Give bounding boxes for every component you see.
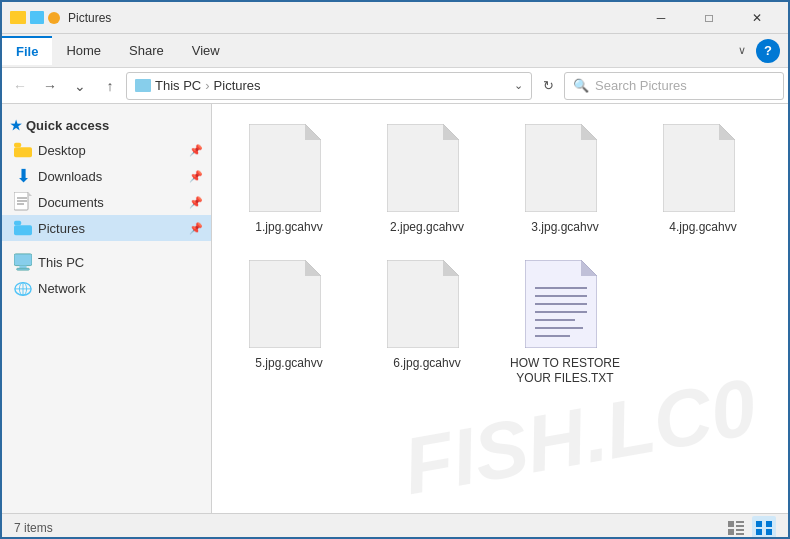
pictures-folder-icon xyxy=(14,219,32,237)
address-path[interactable]: This PC › Pictures ⌄ xyxy=(126,72,532,100)
sidebar: ★ Quick access Desktop 📌 ⬇ Downloads 📌 D… xyxy=(2,104,212,513)
tab-home[interactable]: Home xyxy=(52,37,115,64)
close-button[interactable]: ✕ xyxy=(734,2,780,34)
file-icon-container-1 xyxy=(249,124,329,214)
svg-rect-46 xyxy=(766,529,772,535)
list-view-button[interactable] xyxy=(724,516,748,540)
menu-bar: File Home Share View ∨ ? xyxy=(2,34,788,68)
path-this-pc: This PC xyxy=(155,78,201,93)
quick-access-label: Quick access xyxy=(26,118,109,133)
sidebar-thispc-label: This PC xyxy=(38,255,84,270)
svg-rect-1 xyxy=(14,143,21,148)
tab-share[interactable]: Share xyxy=(115,37,178,64)
large-icons-view-button[interactable] xyxy=(752,516,776,540)
thispc-icon xyxy=(14,253,32,271)
file-item-7[interactable]: HOW TO RESTORE YOUR FILES.TXT xyxy=(500,252,630,395)
file-item-3[interactable]: 3.jpg.gcahvv xyxy=(500,116,630,244)
window-controls: ─ □ ✕ xyxy=(638,2,780,34)
pin-icon-documents: 📌 xyxy=(189,196,203,209)
title-bar: Pictures ─ □ ✕ xyxy=(2,2,788,34)
svg-rect-9 xyxy=(14,254,32,266)
svg-rect-8 xyxy=(14,221,21,226)
file-name-3: 3.jpg.gcahvv xyxy=(531,220,598,236)
file-name-6: 6.jpg.gcahvv xyxy=(393,356,460,372)
help-button[interactable]: ? xyxy=(756,39,780,63)
file-icon-2 xyxy=(387,124,459,212)
svg-rect-38 xyxy=(728,529,734,535)
svg-marker-19 xyxy=(443,124,459,140)
minimize-button[interactable]: ─ xyxy=(638,2,684,34)
tab-file[interactable]: File xyxy=(2,36,52,65)
sidebar-documents-label: Documents xyxy=(38,195,104,210)
svg-rect-41 xyxy=(736,529,744,531)
up-button[interactable]: ↑ xyxy=(96,72,124,100)
sidebar-item-thispc[interactable]: This PC xyxy=(2,249,211,275)
address-bar: ← → ⌄ ↑ This PC › Pictures ⌄ ↻ 🔍 Search … xyxy=(2,68,788,104)
file-item-5[interactable]: 5.jpg.gcahvv xyxy=(224,252,354,395)
file-icon-1 xyxy=(249,124,321,212)
sidebar-item-downloads[interactable]: ⬇ Downloads 📌 xyxy=(2,163,211,189)
file-item-6[interactable]: 6.jpg.gcahvv xyxy=(362,252,492,395)
refresh-button[interactable]: ↻ xyxy=(534,72,562,100)
file-icon-3 xyxy=(525,124,597,212)
dropdown-history-button[interactable]: ⌄ xyxy=(66,72,94,100)
file-icon-5 xyxy=(249,260,321,348)
svg-rect-39 xyxy=(736,521,744,523)
file-icon-container-6 xyxy=(387,260,467,350)
svg-rect-40 xyxy=(736,525,744,527)
file-icon-container-5 xyxy=(249,260,329,350)
file-item-4[interactable]: 4.jpg.gcahvv xyxy=(638,116,768,244)
svg-rect-0 xyxy=(14,147,32,157)
sidebar-item-pictures[interactable]: Pictures 📌 xyxy=(2,215,211,241)
main-layout: ★ Quick access Desktop 📌 ⬇ Downloads 📌 D… xyxy=(2,104,788,513)
search-icon: 🔍 xyxy=(573,78,589,93)
file-item-2[interactable]: 2.jpeg.gcahvv xyxy=(362,116,492,244)
sidebar-network-label: Network xyxy=(38,281,86,296)
svg-marker-25 xyxy=(305,260,321,276)
pin-icon-desktop: 📌 xyxy=(189,144,203,157)
search-box[interactable]: 🔍 Search Pictures xyxy=(564,72,784,100)
file-name-2: 2.jpeg.gcahvv xyxy=(390,220,464,236)
quick-access-icon xyxy=(30,11,44,24)
downloads-icon: ⬇ xyxy=(14,167,32,185)
sidebar-item-network[interactable]: Network xyxy=(2,275,211,301)
sidebar-desktop-label: Desktop xyxy=(38,143,86,158)
sidebar-item-documents[interactable]: Documents 📌 xyxy=(2,189,211,215)
pin-icon-downloads: 📌 xyxy=(189,170,203,183)
custom-icon xyxy=(48,12,60,24)
file-icon-7 xyxy=(525,260,597,348)
svg-rect-45 xyxy=(756,529,762,535)
file-name-5: 5.jpg.gcahvv xyxy=(255,356,322,372)
window-title: Pictures xyxy=(68,11,638,25)
expand-ribbon-button[interactable]: ∨ xyxy=(732,42,752,59)
documents-icon xyxy=(14,193,32,211)
maximize-button[interactable]: □ xyxy=(686,2,732,34)
desktop-folder-icon xyxy=(14,141,32,159)
svg-rect-7 xyxy=(14,225,32,235)
svg-rect-42 xyxy=(736,533,744,535)
svg-rect-37 xyxy=(728,521,734,527)
svg-marker-3 xyxy=(28,192,32,196)
file-name-7: HOW TO RESTORE YOUR FILES.TXT xyxy=(510,356,620,387)
folder-icon-small xyxy=(10,11,26,24)
quick-access-header[interactable]: ★ Quick access xyxy=(2,112,211,137)
path-dropdown-arrow[interactable]: ⌄ xyxy=(514,79,523,92)
svg-rect-11 xyxy=(17,268,30,270)
file-name-1: 1.jpg.gcahvv xyxy=(255,220,322,236)
file-item-1[interactable]: 1.jpg.gcahvv xyxy=(224,116,354,244)
sidebar-pictures-label: Pictures xyxy=(38,221,85,236)
sidebar-item-desktop[interactable]: Desktop 📌 xyxy=(2,137,211,163)
svg-rect-44 xyxy=(766,521,772,527)
back-button[interactable]: ← xyxy=(6,72,34,100)
forward-button[interactable]: → xyxy=(36,72,64,100)
tab-view[interactable]: View xyxy=(178,37,234,64)
file-icon-4 xyxy=(663,124,735,212)
network-icon xyxy=(14,279,32,297)
title-bar-icons xyxy=(10,11,60,24)
view-toggle xyxy=(724,516,776,540)
files-grid: 1.jpg.gcahvv 2.jpeg.gcahvv xyxy=(224,116,776,395)
svg-marker-27 xyxy=(443,260,459,276)
file-icon-container-3 xyxy=(525,124,605,214)
svg-marker-17 xyxy=(305,124,321,140)
path-pictures: Pictures xyxy=(214,78,261,93)
